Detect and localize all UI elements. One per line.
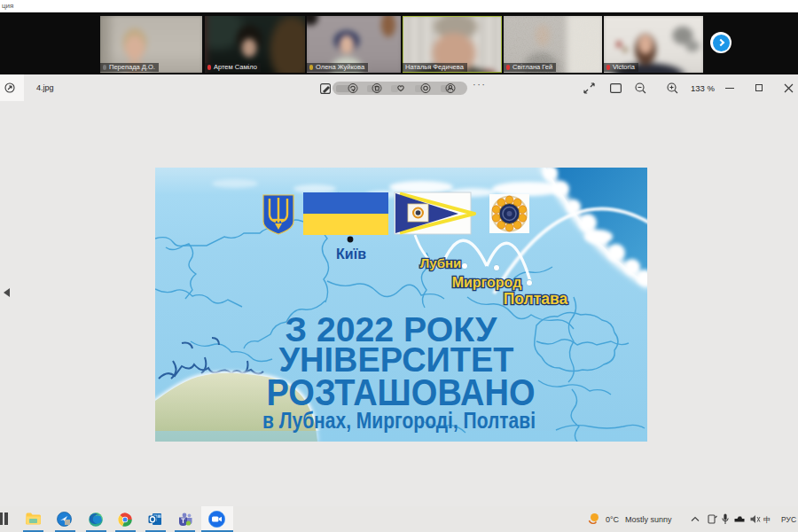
svg-text:Лубни: Лубни <box>420 255 461 270</box>
svg-text:Миргород: Миргород <box>452 275 522 290</box>
svg-text:Київ: Київ <box>336 246 366 262</box>
svg-text:Полтава: Полтава <box>504 290 568 308</box>
svg-text:в Лубнах, Миргороді, Полтаві: в Лубнах, Миргороді, Полтаві <box>262 407 536 434</box>
